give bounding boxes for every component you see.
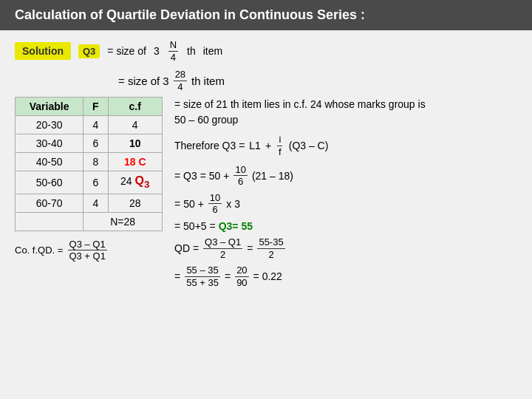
right-section: = size of 21 th item lies in c.f. 24 who… [174, 97, 517, 288]
th-2: th [191, 75, 201, 87]
formula-l1: L1 [249, 140, 261, 151]
cell-n28: N=28 [83, 212, 163, 231]
eq2-lhs: = [174, 198, 180, 210]
cell-cf: 28 [108, 194, 162, 212]
eq1-lhs: = Q3 [174, 170, 197, 182]
size-of-row-2: = size of 3 28 4 th item [118, 69, 517, 92]
qd-val-fraction: 55-35 2 [257, 236, 284, 260]
fraction-2: 28 4 [174, 69, 187, 92]
table-row: 40-50 8 18 C [16, 153, 163, 171]
q3-badge: Q3 [78, 44, 100, 58]
q3-c-expr: (Q3 – C) [289, 140, 329, 151]
co-fraction: Q3 – Q1 Q3 + Q1 [67, 239, 107, 262]
eq1-den: 6 [236, 176, 245, 188]
page-header: Calculation of Quartile Deviation in Con… [0, 0, 532, 30]
qd-den: 2 [219, 249, 227, 261]
fraction-2-den: 4 [176, 81, 184, 93]
cell-cf: 18 C [108, 153, 162, 171]
co-val1: 55 – 35 55 + 35 [185, 265, 220, 288]
co-val2-num: 20 [235, 265, 248, 277]
i-num: i [277, 134, 282, 146]
eq2-x: x 3 [226, 198, 240, 210]
qd-row: QD = Q3 – Q1 2 = 55-35 2 [174, 236, 517, 260]
co-val2: 20 90 [235, 265, 248, 288]
eq1-fraction: 10 6 [233, 164, 247, 188]
qd-val-den: 2 [267, 249, 275, 261]
qd-num: Q3 – Q1 [203, 236, 242, 249]
therefore-label: Therefore Q3 = [174, 140, 245, 151]
f-den: f [277, 146, 283, 158]
co-eq3: = 0.22 [253, 270, 282, 282]
co-val2-den: 90 [235, 277, 248, 289]
co-formula-row: Co. f.QD. = Q3 – Q1 Q3 + Q1 [15, 239, 163, 262]
table-section: Variable F c.f 20-30 4 4 30-40 6 10 [15, 97, 163, 288]
col-header-f: F [83, 98, 108, 116]
eq3-label: = 50+5 = [174, 220, 216, 232]
item-1: item [203, 45, 222, 57]
coeff-1: 3 [154, 45, 160, 57]
size-of-label-2: = size of [118, 75, 160, 87]
cell-variable: 60-70 [16, 194, 83, 212]
data-table: Variable F c.f 20-30 4 4 30-40 6 10 [15, 97, 163, 231]
cell-f: 4 [83, 194, 108, 212]
co-val1-den: 55 + 35 [185, 277, 220, 289]
qd-eq: = [247, 242, 253, 254]
eq3-row: = 50+5 = Q3= 55 [174, 220, 517, 232]
coeff-2: 3 [163, 75, 168, 87]
eq2-den: 6 [211, 204, 219, 216]
table-footer-row: N=28 [16, 212, 163, 231]
co-den: Q3 + Q1 [67, 250, 107, 262]
co-eq1: = [174, 270, 180, 282]
eq1-rest: (21 – 18) [252, 170, 293, 182]
eq2-val: 50 + [183, 198, 204, 210]
eq1-row: = Q3 = 50 + 10 6 (21 – 18) [174, 164, 517, 188]
cell-variable: 20-30 [16, 116, 83, 134]
main-area: Variable F c.f 20-30 4 4 30-40 6 10 [15, 97, 517, 288]
solution-badge: Solution [15, 42, 71, 60]
therefore-row: Therefore Q3 = L1 + i f (Q3 – C) [174, 134, 517, 157]
qd-label: QD = [174, 242, 199, 254]
cell-variable: 40-50 [16, 153, 83, 171]
fraction-1-den: 4 [169, 52, 177, 64]
header-title: Calculation of Quartile Deviation in Con… [15, 7, 365, 22]
eq3-result: Q3= 55 [219, 220, 253, 232]
fraction-1-num: N [168, 39, 178, 52]
cell-cf: 10 [108, 134, 162, 153]
table-row: 50-60 6 24 Q3 [16, 171, 163, 194]
formula-plus: + [265, 140, 271, 151]
solution-row: Solution Q3 = size of 3 N 4 th item [15, 39, 517, 63]
cell-f: 6 [83, 171, 108, 194]
co-val1-num: 55 – 35 [185, 265, 219, 277]
table-row: 20-30 4 4 [16, 116, 163, 134]
qd-val-num: 55-35 [257, 236, 284, 249]
item-2: item [204, 75, 225, 87]
cell-cf: 4 [108, 116, 162, 134]
size-of-label-1: = size of [107, 45, 146, 57]
cell-cf: 24 Q3 [108, 171, 162, 194]
eq1-num: 10 [233, 164, 247, 177]
cell-f: 4 [83, 116, 108, 134]
statement: = size of 21 th item lies in c.f. 24 who… [174, 97, 517, 128]
cell-empty [16, 212, 83, 231]
fraction-2-num: 28 [174, 69, 187, 81]
cell-f: 6 [83, 134, 108, 153]
eq2-num: 10 [208, 192, 222, 205]
fraction-1: N 4 [168, 39, 178, 63]
cell-variable: 30-40 [16, 134, 83, 153]
co-label: Co. f.QD. = [15, 245, 63, 256]
co-num: Q3 – Q1 [68, 239, 107, 251]
i-over-f: i f [277, 134, 283, 157]
qd-fraction: Q3 – Q1 2 [203, 236, 242, 260]
eq2-row: = 50 + 10 6 x 3 [174, 192, 517, 216]
cell-f: 8 [83, 153, 108, 171]
cell-variable: 50-60 [16, 171, 83, 194]
col-header-variable: Variable [16, 98, 83, 116]
table-row: 30-40 6 10 [16, 134, 163, 153]
co-calc-row: = 55 – 35 55 + 35 = 20 90 = 0.22 [174, 265, 517, 288]
eq1-eq: = 50 + [200, 170, 230, 182]
table-row: 60-70 4 28 [16, 194, 163, 212]
eq2-fraction: 10 6 [208, 192, 222, 216]
th-1: th [187, 45, 196, 57]
col-header-cf: c.f [108, 98, 162, 116]
co-eq2: = [225, 270, 231, 282]
